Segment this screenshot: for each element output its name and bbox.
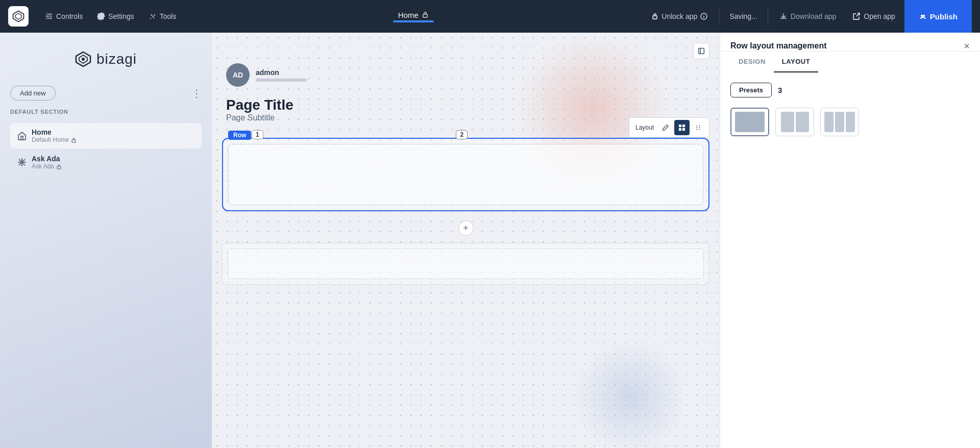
row-container-1: 1 2 Row Layout (222, 138, 709, 211)
tab-design[interactable]: DESIGN (730, 52, 774, 72)
svg-point-5 (47, 17, 49, 19)
add-row-button[interactable]: + (458, 220, 474, 236)
svg-rect-19 (682, 125, 685, 127)
layout-options (730, 108, 970, 136)
presets-count: 3 (778, 86, 782, 94)
controls-button[interactable]: Controls (39, 9, 89, 23)
open-app-button[interactable]: Open app (845, 9, 902, 23)
open-label: Open app (864, 12, 895, 20)
svg-point-23 (699, 125, 700, 126)
step-badge-2: 2 (456, 130, 468, 139)
download-app-button[interactable]: Download app (772, 9, 844, 23)
collapse-panel-button[interactable] (693, 43, 709, 59)
publish-button[interactable]: Publish (904, 0, 972, 33)
logo-icon (8, 6, 29, 27)
row2-inner (228, 248, 704, 279)
svg-point-24 (696, 127, 697, 128)
drag-icon (695, 124, 702, 131)
tools-icon (149, 12, 157, 20)
sidebar-logo: bizagi (10, 45, 202, 78)
svg-point-22 (696, 125, 697, 126)
svg-rect-16 (699, 48, 704, 54)
presets-row: Presets 3 (730, 83, 970, 97)
top-nav: Controls Settings Tools Home (0, 0, 980, 33)
col-b (796, 112, 809, 132)
add-icon: + (463, 223, 469, 234)
nav-right-actions: Unlock app Saving... Download app Open a… (644, 0, 972, 33)
settings-icon (97, 12, 105, 20)
presets-button[interactable]: Presets (730, 83, 772, 97)
row-drag-button[interactable] (691, 120, 706, 135)
layout-2col-option[interactable] (775, 108, 814, 136)
snowflake-icon (17, 158, 27, 167)
layout-1col-option[interactable] (730, 108, 769, 136)
svg-rect-20 (679, 128, 681, 131)
svg-rect-6 (423, 14, 427, 17)
presets-label: Presets (739, 86, 763, 94)
tools-button[interactable]: Tools (142, 9, 183, 23)
svg-point-9 (82, 58, 85, 61)
canvas-user-strip: AD admon (222, 63, 709, 87)
layout-3col-option[interactable] (820, 108, 859, 136)
blob-blue (567, 346, 694, 448)
close-icon: × (964, 40, 970, 52)
more-options-button[interactable]: ⋮ (191, 87, 202, 99)
add-new-label: Add new (20, 89, 46, 97)
user-name: admon (256, 68, 307, 77)
canvas-area: AD admon Page Title Page Subtitle 1 2 Ro (212, 33, 720, 448)
step-badge-1: 1 (252, 130, 263, 139)
main-layout: bizagi Add new ⋮ DEFAULT SECTION Home (0, 33, 980, 448)
unlock-app-button[interactable]: Unlock app (644, 9, 715, 23)
svg-point-3 (46, 13, 48, 15)
svg-point-4 (48, 15, 51, 17)
sidebar-item-home[interactable]: Home Default Home (10, 123, 202, 148)
nav-divider-1 (719, 8, 719, 24)
lock-small-icon-2 (56, 164, 62, 169)
svg-rect-18 (679, 125, 681, 127)
row-label: Row (228, 131, 251, 140)
row-edit-button[interactable] (658, 120, 673, 135)
home-item-sub: Default Home (32, 136, 77, 143)
askada-item-sub: Ask Ada (32, 163, 62, 170)
svg-rect-15 (57, 166, 61, 169)
pencil-icon (662, 124, 669, 131)
row-outer (222, 138, 709, 211)
controls-label: Controls (56, 12, 83, 20)
sidebar-item-askada[interactable]: Ask Ada Ask Ada (10, 150, 202, 175)
publish-label: Publish (930, 12, 958, 21)
nav-page-name-area: Home (393, 11, 434, 22)
layout-2col-preview (781, 112, 809, 132)
bizagi-logo-icon (75, 51, 91, 67)
unlock-label: Unlock app (662, 12, 697, 20)
panel-header: Row layout management × (720, 33, 980, 52)
download-label: Download app (791, 12, 837, 20)
canvas-page-title: Page Title (226, 97, 709, 113)
row-toolbar-label: Layout (632, 124, 657, 131)
layout-3col-preview (824, 112, 855, 132)
add-new-button[interactable]: Add new (10, 86, 56, 101)
canvas-toolbar (222, 43, 709, 59)
row-inner (228, 144, 703, 205)
lock-icon (422, 11, 429, 18)
svg-rect-10 (72, 140, 76, 142)
right-panel: Row layout management × DESIGN LAYOUT Pr… (720, 33, 980, 448)
saving-status: Saving... (723, 9, 763, 23)
col-a (781, 112, 794, 132)
svg-rect-7 (653, 16, 657, 19)
lock-small-icon (71, 137, 77, 143)
home-item-name: Home (32, 128, 77, 136)
info-icon (700, 13, 707, 20)
layout-1col-preview (735, 112, 765, 132)
canvas-inner: AD admon Page Title Page Subtitle 1 2 Ro (222, 43, 709, 285)
tab-layout[interactable]: LAYOUT (774, 52, 818, 72)
row-toolbar: Layout (629, 117, 709, 138)
svg-point-25 (699, 127, 700, 128)
user-bar (256, 79, 307, 82)
bizagi-brand: bizagi (75, 51, 137, 67)
askada-item-info: Ask Ada Ask Ada (32, 155, 62, 170)
settings-label: Settings (108, 12, 134, 20)
panel-close-button[interactable]: × (964, 41, 970, 51)
row-layout-button[interactable] (674, 120, 690, 135)
settings-button[interactable]: Settings (91, 9, 140, 23)
download-icon (779, 12, 788, 20)
